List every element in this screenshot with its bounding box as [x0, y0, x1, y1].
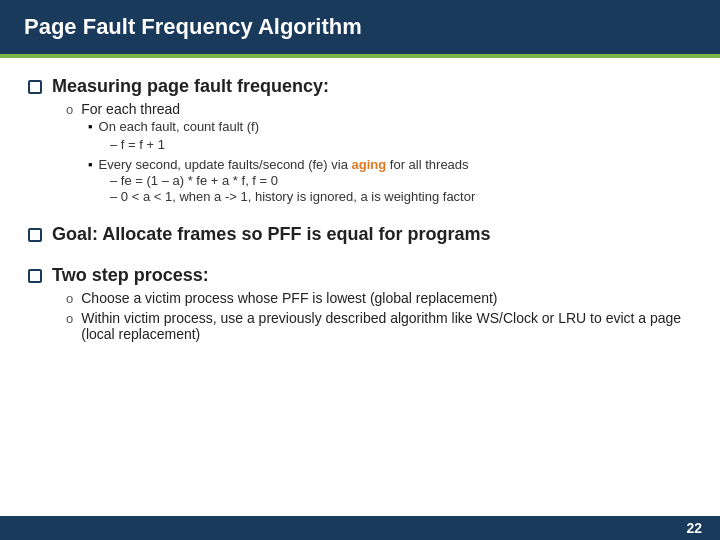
sub-sub-bullet-1: ▪ [88, 119, 93, 134]
sub-sub-detail-1-1: – f = f + 1 [110, 137, 165, 152]
bullet-section-2: Goal: Allocate frames so PFF is equal fo… [28, 224, 692, 249]
bullet-icon-3 [28, 269, 42, 283]
sub-list-3: o Choose a victim process whose PFF is l… [66, 290, 692, 342]
bullet-main-1: Measuring page fault frequency: [28, 76, 692, 97]
sub-item-text-1: For each thread [81, 101, 180, 117]
bullet-icon-2 [28, 228, 42, 242]
slide-number: 22 [686, 520, 702, 536]
sub-item-text-3a: Choose a victim process whose PFF is low… [81, 290, 497, 306]
slide-content: Measuring page fault frequency: o For ea… [0, 58, 720, 516]
sub-sub-item-1: ▪ On each fault, count fault (f) – f = f… [88, 119, 692, 153]
slide: Page Fault Frequency Algorithm Measuring… [0, 0, 720, 540]
sub-item-3b: o Within victim process, use a previousl… [66, 310, 692, 342]
sub-item-text-3b: Within victim process, use a previously … [81, 310, 692, 342]
sub-sub-sub-list-1: – f = f + 1 [110, 135, 692, 153]
sub-sub-detail-2-1: – fe = (1 – a) * fe + a * f, f = 0 [110, 173, 692, 188]
aging-highlight: aging [352, 157, 387, 172]
sub-sub-sub-list-2: – fe = (1 – a) * fe + a * f, f = 0 – 0 <… [110, 173, 692, 204]
sub-sub-label-1: On each fault, count fault (f) [99, 119, 259, 134]
bullet-main-text-1: Measuring page fault frequency: [52, 76, 329, 97]
sub-bullet-3b: o [66, 311, 73, 326]
sub-sub-label-2: Every second, update faults/second (fe) … [99, 157, 469, 172]
bullet-main-text-2: Goal: Allocate frames so PFF is equal fo… [52, 224, 490, 245]
sub-list-1: o For each thread ▪ On each fault, count… [66, 101, 692, 204]
sub-sub-detail-2-2: – 0 < a < 1, when a -> 1, history is ign… [110, 189, 692, 204]
slide-title: Page Fault Frequency Algorithm [24, 14, 362, 39]
slide-header: Page Fault Frequency Algorithm [0, 0, 720, 54]
slide-footer: 22 [0, 516, 720, 540]
sub-sub-item-2: ▪ Every second, update faults/second (fe… [88, 157, 692, 204]
sub-item-3a: o Choose a victim process whose PFF is l… [66, 290, 692, 306]
bullet-main-2: Goal: Allocate frames so PFF is equal fo… [28, 224, 692, 245]
bullet-section-1: Measuring page fault frequency: o For ea… [28, 76, 692, 208]
sub-sub-bullet-2: ▪ [88, 157, 93, 172]
bullet-main-3: Two step process: [28, 265, 692, 286]
sub-item-1: o For each thread [66, 101, 692, 117]
sub-sub-list-1: ▪ On each fault, count fault (f) – f = f… [88, 119, 692, 204]
bullet-section-3: Two step process: o Choose a victim proc… [28, 265, 692, 344]
bullet-main-text-3: Two step process: [52, 265, 209, 286]
sub-bullet-1: o [66, 102, 73, 117]
bullet-icon-1 [28, 80, 42, 94]
sub-bullet-3a: o [66, 291, 73, 306]
